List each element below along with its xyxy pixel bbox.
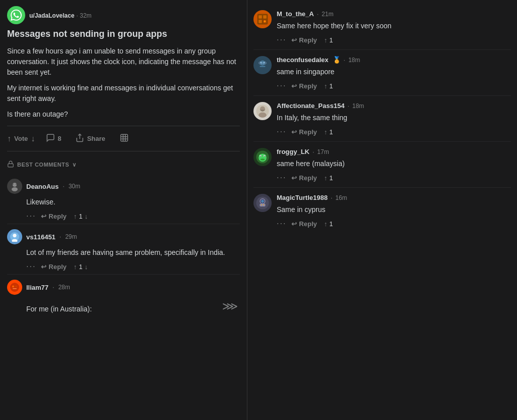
more-options-affectionate[interactable]: ··· [277,127,286,136]
comment-actions-vs116451: ··· ↩ Reply ↑ 1 ↓ [7,262,240,271]
right-comment-m-to-the-a: M_to_the_A · 21m Same here hope they fix… [253,4,511,50]
reply-button-magicturtle[interactable]: ↩ Reply [291,220,317,228]
svg-rect-6 [8,164,14,167]
vote-theconfusedalex[interactable]: ↑ 1 [324,82,333,90]
more-options-theconfusedalex[interactable]: ··· [277,81,286,90]
vote-m-to-the-a[interactable]: ↑ 1 [324,36,333,44]
reply-button-affectionate[interactable]: ↩ Reply [291,128,317,136]
upvote-icon: ↑ [324,36,328,44]
right-comment-froggy: froggy_LK · 17m same here (malaysia) ···… [253,142,511,188]
best-comments-bar[interactable]: BEST COMMENTS ∨ [7,156,240,174]
downvote-icon-deanoaus: ↓ [84,213,88,220]
vote-deanoaus[interactable]: ↑ 1 ↓ [74,213,88,220]
comment-time-lliam77-val: 28m [58,284,70,291]
vote-count-vs116451: 1 [79,263,82,271]
chevron-down-icon: ∨ [72,162,77,168]
vote-count-m-to-the-a: 1 [329,36,333,44]
comment-username-deanoaus[interactable]: DeanoAus [26,183,59,190]
comment-time-deanoaus: · [63,183,64,190]
vote-button[interactable]: ↑ Vote ↓ [7,134,35,143]
reply-button-froggy[interactable]: ↩ Reply [291,174,317,182]
reply-label: Reply [48,263,66,271]
comment-lliam77: lliam77 · 28m For me (in Australia): ⋙ [7,275,240,322]
right-time-magicturtle-val: 16m [335,194,347,201]
comment-time-vs116451-val: 29m [65,233,77,240]
reply-icon: ↩ [291,174,297,182]
right-time-affectionate: · [347,102,349,110]
right-avatar-affectionate [253,102,272,120]
right-time-affectionate-val: 18m [352,102,364,110]
comment-time-deanoaus-val: 30m [69,183,80,190]
comment-count: 8 [58,135,61,142]
more-options-magicturtle[interactable]: ··· [277,219,286,228]
comment-icon [46,133,55,144]
svg-point-7 [13,183,17,187]
comment-body-vs116451: Lot of my friends are having same proble… [7,247,240,258]
more-options-vs116451[interactable]: ··· [26,262,36,271]
vote-affectionate[interactable]: ↑ 1 [324,128,333,136]
right-body-m-to-the-a: Same here hope they fix it very soon [277,21,511,31]
lock-icon [7,161,14,169]
svg-point-16 [15,286,17,288]
reply-button-vs116451[interactable]: ↩ Reply [41,263,66,271]
comments-button[interactable]: 8 [43,131,64,146]
share-label: Share [87,135,105,142]
vote-label: Vote [14,135,28,142]
upvote-icon: ↑ [324,220,328,228]
reply-label: Reply [299,220,317,228]
user-badge-theconfusedalex: 🏅 [333,56,341,64]
vote-froggy[interactable]: ↑ 1 [324,174,333,182]
right-username-froggy[interactable]: froggy_LK [277,148,309,155]
right-username-magicturtle[interactable]: MagicTurtle1988 [277,194,328,201]
right-username-theconfusedalex[interactable]: theconfusedalex [277,56,329,64]
downvote-icon-vs116451: ↓ [84,263,88,271]
more-options-m-to-the-a[interactable]: ··· [277,35,286,44]
svg-rect-1 [121,135,128,142]
comment-time-vs116451: · [60,233,61,240]
reply-button-m-to-the-a[interactable]: ↩ Reply [291,36,317,44]
right-time-froggy: · [313,148,314,155]
post-body-p1: Since a few hours ago i am unable to sen… [7,46,240,78]
reply-label: Reply [299,82,317,90]
vote-magicturtle[interactable]: ↑ 1 [324,220,333,228]
post-username[interactable]: u/JadaLovelace [29,12,74,19]
right-time-magicturtle: · [331,194,332,201]
post-title: Messages not sending in group apps [7,28,240,40]
right-actions-magicturtle: ··· ↩ Reply ↑ 1 [277,219,511,228]
more-options-froggy[interactable]: ··· [277,173,286,182]
upvote-icon: ↑ [324,174,328,182]
reply-label: Reply [299,174,317,182]
comment-body-lliam77: For me (in Australia): ⋙ [7,298,240,314]
vote-count-affectionate: 1 [329,128,333,136]
svg-point-14 [10,283,19,292]
right-comment-magicturtle: MagicTurtle1988 · 16m Same in cyprus ···… [253,188,511,233]
svg-point-10 [16,184,17,185]
comment-username-lliam77[interactable]: lliam77 [26,284,48,291]
reply-button-deanoaus[interactable]: ↩ Reply [41,213,66,220]
right-username-m-to-the-a[interactable]: M_to_the_A [277,10,314,18]
downvote-icon: ↓ [31,134,35,143]
comment-deanoaus: DeanoAus · 30m Likewise. ··· ↩ Reply ↑ 1… [7,174,240,224]
share-button[interactable]: Share [72,131,108,146]
upvote-icon: ↑ [324,128,328,136]
svg-rect-49 [261,204,262,205]
best-comments-label: BEST COMMENTS [17,162,69,168]
vote-vs116451[interactable]: ↑ 1 ↓ [74,263,88,271]
expand-icon-lliam77[interactable]: ⋙ [222,298,240,314]
comment-username-vs116451[interactable]: vs116451 [26,233,56,241]
reply-icon: ↩ [41,213,46,220]
more-options-deanoaus[interactable]: ··· [26,212,36,221]
award-button[interactable] [117,131,132,146]
right-time-froggy-val: 17m [317,148,329,155]
vote-count-theconfusedalex: 1 [329,82,333,90]
svg-rect-21 [258,20,262,23]
svg-point-34 [258,113,267,118]
post-body-p2: My internet is working fine and messages… [7,83,240,104]
right-username-affectionate[interactable]: Affectionate_Pass154 [277,102,344,110]
svg-point-47 [261,200,264,203]
svg-point-9 [13,184,14,185]
reply-button-theconfusedalex[interactable]: ↩ Reply [291,82,317,90]
post-time: · [76,12,80,19]
svg-point-42 [264,155,265,156]
comment-vs116451: vs116451 · 29m Lot of my friends are hav… [7,224,240,275]
